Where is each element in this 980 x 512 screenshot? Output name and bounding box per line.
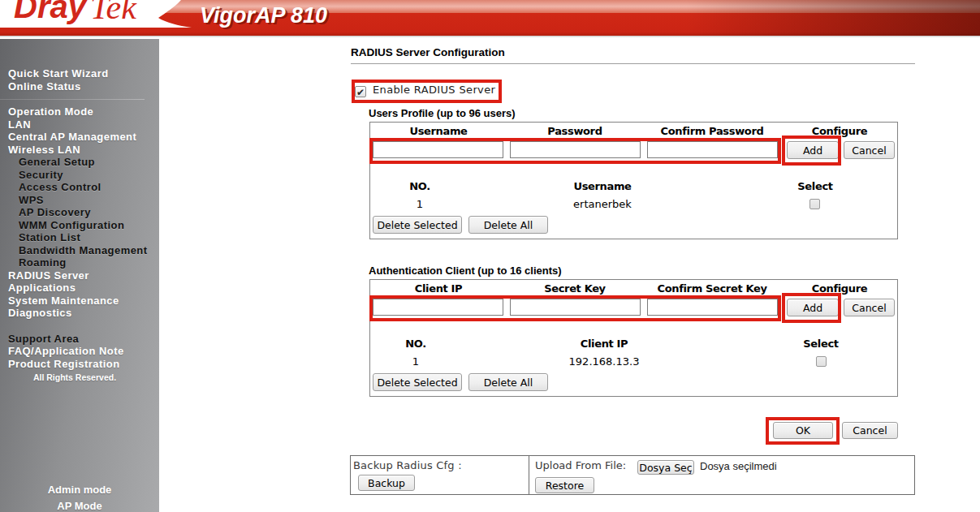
auth-add-button[interactable]: Add	[787, 299, 839, 316]
sidebar-item-diagnostics[interactable]: Diagnostics	[8, 308, 72, 319]
model-title: VigorAP 810	[200, 3, 327, 28]
no-file-chosen-text: Dosya seçilmedi	[700, 460, 777, 472]
sidebar-item-access-control[interactable]: Access Control	[19, 182, 101, 193]
sidebar-item-central-ap-management[interactable]: Central AP Management	[8, 131, 136, 143]
sidebar-item-security[interactable]: Security	[19, 170, 63, 181]
users-col-confirm-password: Confirm Password	[661, 125, 764, 137]
auth-delete-all-button[interactable]: Delete All	[468, 373, 548, 391]
sidebar-item-support-area[interactable]: Support Area	[8, 333, 79, 345]
users-add-button[interactable]: Add	[787, 141, 839, 159]
users-col-username: Username	[409, 125, 467, 137]
sidebar-item-online-status[interactable]: Online Status	[8, 81, 81, 93]
choose-file-button[interactable]: Dosya Seç	[637, 460, 694, 475]
title-rule	[351, 63, 915, 64]
enable-radius-label: Enable RADIUS Server	[373, 84, 495, 96]
auth-list-col-client-ip: Client IP	[581, 338, 628, 350]
users-list-col-no: NO.	[409, 180, 430, 192]
password-input[interactable]	[510, 141, 641, 158]
users-list-col-select: Select	[797, 180, 832, 192]
sidebar-mode-admin-mode[interactable]: Admin mode	[0, 484, 159, 496]
sidebar-item-faq-application-note[interactable]: FAQ/Application Note	[8, 346, 124, 357]
sidebar-item-roaming[interactable]: Roaming	[19, 257, 67, 269]
main-cancel-button[interactable]: Cancel	[842, 422, 898, 439]
sidebar-mode-ap-mode[interactable]: AP Mode	[0, 500, 159, 512]
upload-from-file-label: Upload From File:	[535, 459, 626, 471]
brand-logo-tek: Tek	[90, 0, 137, 26]
users-row-select-checkbox[interactable]	[809, 199, 820, 209]
auth-col-secret-key: Secret Key	[544, 282, 606, 295]
client-ip-input[interactable]	[373, 299, 503, 316]
auth-col-confirm-secret-key: Confirm Secret Key	[657, 282, 766, 295]
auth-list-col-select: Select	[803, 338, 838, 350]
brand-logo-dray: Dray	[14, 0, 88, 24]
sidebar-item-system-maintenance[interactable]: System Maintenance	[8, 295, 119, 307]
sidebar-item-station-list[interactable]: Station List	[19, 232, 80, 243]
backup-radius-label: Backup Radius Cfg :	[353, 459, 462, 471]
sidebar-item-quick-start-wizard[interactable]: Quick Start Wizard	[8, 68, 109, 80]
backup-box-divider	[529, 455, 529, 495]
backup-button[interactable]: Backup	[358, 475, 415, 491]
auth-client-section-label: Authentication Client (up to 16 clients)	[369, 265, 562, 277]
all-rights-reserved-note: All Rights Reserved.	[0, 372, 149, 382]
auth-row-client-ip: 192.168.13.3	[569, 355, 640, 368]
users-cancel-button[interactable]: Cancel	[844, 141, 895, 159]
auth-col-configure: Configure	[812, 282, 867, 295]
header-banner: Dray Tek VigorAP 810 VigorAP 810	[0, 0, 980, 37]
secret-key-input[interactable]	[510, 299, 641, 316]
confirm-secret-key-input[interactable]	[647, 299, 778, 316]
checkmark-icon: ✔	[356, 88, 365, 97]
users-delete-selected-button[interactable]: Delete Selected	[373, 216, 462, 234]
confirm-password-input[interactable]	[647, 141, 778, 158]
enable-radius-checkbox[interactable]: ✔	[355, 86, 366, 97]
page-title: RADIUS Server Configuration	[351, 46, 505, 58]
sidebar-item-radius-server[interactable]: RADIUS Server	[8, 270, 89, 282]
auth-delete-selected-button[interactable]: Delete Selected	[373, 373, 462, 391]
users-profile-section-label: Users Profile (up to 96 users)	[369, 107, 516, 119]
sidebar-item-product-registration[interactable]: Product Registration	[8, 359, 120, 370]
main-content: RADIUS Server Configuration ✔ Enable RAD…	[159, 37, 980, 512]
auth-row-select-checkbox[interactable]	[816, 356, 827, 367]
users-list-col-username: Username	[573, 180, 631, 192]
users-delete-all-button[interactable]: Delete All	[468, 216, 548, 234]
username-input[interactable]	[373, 141, 503, 158]
sidebar-item-lan[interactable]: LAN	[8, 119, 31, 131]
sidebar-item-wmm-configuration[interactable]: WMM Configuration	[19, 220, 124, 231]
sidebar-item-operation-mode[interactable]: Operation Mode	[8, 106, 93, 118]
auth-cancel-button[interactable]: Cancel	[844, 299, 895, 316]
auth-col-client-ip: Client IP	[415, 282, 462, 295]
auth-row-no: 1	[412, 355, 419, 368]
sidebar-item-ap-discovery[interactable]: AP Discovery	[19, 207, 91, 218]
restore-button[interactable]: Restore	[535, 477, 594, 493]
users-col-password: Password	[547, 125, 602, 137]
sidebar-item-wps[interactable]: WPS	[19, 195, 44, 206]
sidebar-menu: Quick Start WizardOnline StatusOperation…	[0, 39, 159, 512]
users-row-no: 1	[417, 198, 423, 210]
auth-list-col-no: NO.	[405, 338, 426, 350]
sidebar-item-bandwidth-management[interactable]: Bandwidth Management	[19, 245, 148, 256]
users-row-username: ertanerbek	[573, 198, 632, 210]
sidebar-item-applications[interactable]: Applications	[8, 282, 76, 294]
ok-button[interactable]: OK	[773, 422, 833, 439]
sidebar-item-wireless-lan[interactable]: Wireless LAN	[8, 144, 80, 156]
users-col-configure: Configure	[812, 125, 867, 137]
sidebar-item-general-setup[interactable]: General Setup	[19, 157, 95, 168]
sidebar-separator	[0, 99, 145, 100]
